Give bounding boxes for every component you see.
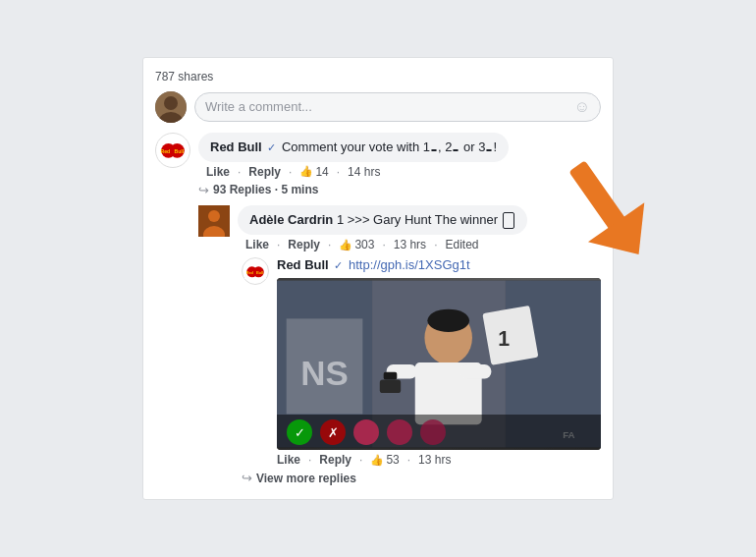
thumb-icon: 👍 xyxy=(299,165,313,178)
emoji-icon[interactable]: ☺ xyxy=(574,98,590,116)
like-count: 👍 14 xyxy=(299,165,328,179)
reply-author-row: Red Bull ✓ http://gph.is/1XSGg1t xyxy=(277,257,601,272)
svg-text:Bull: Bull xyxy=(256,271,263,275)
adele-thumb-icon: 👍 xyxy=(339,239,352,251)
adele-text: 1 >>> Gary Hunt The winner xyxy=(337,212,515,227)
adele-edited: Edited xyxy=(445,238,478,251)
reply-reply[interactable]: Reply xyxy=(319,453,351,467)
circle-2[interactable] xyxy=(387,419,412,445)
reply-thumb-icon: 👍 xyxy=(370,454,384,467)
adele-like[interactable]: Like xyxy=(245,238,269,251)
gif-placeholder: NS xyxy=(277,278,601,450)
comment-text: Comment your vote with 1, 2 or 3! xyxy=(282,139,497,154)
adele-actions: Like · Reply · 👍 303 · 13 hrs · Edited xyxy=(245,238,527,251)
main-comment-block: Red Bull Red Bull ✓ Comment your vote wi… xyxy=(155,133,601,197)
comment-time: 14 hrs xyxy=(348,165,380,179)
shares-count: 787 shares xyxy=(155,70,601,84)
checkmark-circle[interactable]: ✓ xyxy=(287,419,312,445)
x-circle[interactable]: ✗ xyxy=(320,419,346,445)
comment-main: Red Bull Red Bull ✓ Comment your vote wi… xyxy=(155,133,601,179)
digit-box-1 xyxy=(431,149,437,151)
comment-actions: Like · Reply · 👍 14 · 14 hrs xyxy=(206,165,509,179)
current-user-avatar xyxy=(155,91,187,123)
replies-row: ↪ 93 Replies · 5 mins xyxy=(198,183,601,197)
svg-text:Red: Red xyxy=(246,271,254,275)
comment-input-row: Write a comment... ☺ xyxy=(155,91,601,123)
like-action[interactable]: Like xyxy=(206,165,230,179)
reply-action[interactable]: Reply xyxy=(248,165,281,179)
svg-rect-30 xyxy=(380,380,401,394)
svg-point-9 xyxy=(208,210,220,222)
adele-like-count: 👍 303 xyxy=(339,238,374,251)
reply-time: 13 hrs xyxy=(418,453,451,467)
svg-rect-29 xyxy=(384,372,398,380)
svg-rect-26 xyxy=(460,364,491,379)
svg-text:NS: NS xyxy=(300,355,349,393)
verified-icon: ✓ xyxy=(267,141,276,153)
svg-point-1 xyxy=(164,96,178,110)
reply-like-count: 👍 53 xyxy=(370,453,399,467)
reply-author: Red Bull xyxy=(277,257,329,272)
reply-verified-icon: ✓ xyxy=(334,259,343,271)
circle-1[interactable] xyxy=(353,419,379,445)
svg-rect-27 xyxy=(482,306,538,365)
svg-text:Red: Red xyxy=(160,148,170,154)
reply-actions: Like · Reply · 👍 53 · 13 hrs xyxy=(277,453,601,467)
gif-container: NS xyxy=(277,278,601,450)
reply-arrow-icon: ↪ xyxy=(198,183,209,197)
view-more-link[interactable]: View more replies xyxy=(256,472,356,485)
svg-text:1: 1 xyxy=(498,327,510,351)
redbull-avatar: Red Bull xyxy=(155,133,190,168)
sub-comment-block: Adèle Cardrin 1 >>> Gary Hunt The winner… xyxy=(198,205,601,485)
svg-text:Bull: Bull xyxy=(174,148,184,154)
adele-reply[interactable]: Reply xyxy=(288,238,320,251)
replies-link[interactable]: 93 Replies · 5 mins xyxy=(213,183,318,196)
sub-comment-main: Adèle Cardrin 1 >>> Gary Hunt The winner… xyxy=(198,205,601,251)
adele-digit-box xyxy=(503,212,514,229)
gif-bottom-bar: ✓ ✗ xyxy=(277,415,601,450)
comment-placeholder: Write a comment... xyxy=(205,99,312,114)
adele-author: Adèle Cardrin xyxy=(249,212,333,227)
facebook-comment-card: 787 shares Write a comment... ☺ xyxy=(142,57,614,501)
reply-url[interactable]: http://gph.is/1XSGg1t xyxy=(349,257,470,272)
view-more-replies: ↪ View more replies xyxy=(242,471,601,485)
adele-avatar xyxy=(198,205,230,237)
redbull-comment-bubble: Red Bull ✓ Comment your vote with 1, 2 o… xyxy=(198,133,509,162)
comment-input[interactable]: Write a comment... ☺ xyxy=(194,92,601,122)
comment-author: Red Bull xyxy=(210,139,262,154)
nested-reply-block: Red Bull Red Bull ✓ http://gph.is/1XSGg1… xyxy=(242,257,601,467)
adele-comment-bubble: Adèle Cardrin 1 >>> Gary Hunt The winner xyxy=(238,205,527,235)
reply-inner: Red Bull Red Bull ✓ http://gph.is/1XSGg1… xyxy=(242,257,601,467)
reply-content: Red Bull ✓ http://gph.is/1XSGg1t xyxy=(277,257,601,467)
digit-box-2 xyxy=(453,149,459,151)
reply-like[interactable]: Like xyxy=(277,453,300,467)
redbull-reply-avatar: Red Bull xyxy=(242,257,269,285)
svg-point-23 xyxy=(427,309,469,332)
view-more-arrow-icon: ↪ xyxy=(242,471,252,485)
circle-3[interactable] xyxy=(420,419,446,445)
digit-box-3 xyxy=(486,149,492,151)
adele-time: 13 hrs xyxy=(394,238,426,251)
